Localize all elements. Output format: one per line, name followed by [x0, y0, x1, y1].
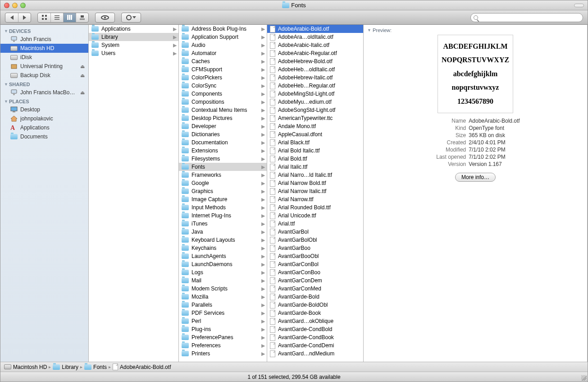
path-segment[interactable]: AdobeArabic-Bold.otf — [113, 364, 171, 370]
column-file-row[interactable]: Arial Black.ttf — [267, 138, 363, 147]
column-folder-row[interactable]: LaunchDaemons▶ — [179, 260, 267, 268]
eject-icon[interactable]: ⏏ — [80, 90, 85, 96]
column-folder-row[interactable]: iTunes▶ — [179, 220, 267, 228]
column-folder-row[interactable]: Extensions▶ — [179, 147, 267, 155]
column-folder-row[interactable]: Compositions▶ — [179, 98, 267, 106]
column-file-row[interactable]: Andale Mono.ttf — [267, 122, 363, 130]
column-folder-row[interactable]: Contextual Menu Items▶ — [179, 106, 267, 114]
column-folder-row[interactable]: Frameworks▶ — [179, 171, 267, 179]
column-file-row[interactable]: Arial Narrow.ttf — [267, 195, 363, 203]
column-file-row[interactable]: AvantGarBooObl — [267, 252, 363, 260]
column-folder-row[interactable]: Keychains▶ — [179, 244, 267, 252]
column-2[interactable]: Address Book Plug-Ins▶Application Suppor… — [179, 25, 267, 362]
column-folder-row[interactable]: Google▶ — [179, 179, 267, 187]
sidebar-item[interactable]: Macintosh HD — [0, 44, 88, 53]
zoom-button[interactable] — [20, 3, 26, 8]
column-file-row[interactable]: AdobeHeb…oldItalic.otf — [267, 65, 363, 74]
column-file-row[interactable]: AvantGarde-CondDemi — [267, 341, 363, 350]
column-folder-row[interactable]: PreferencePanes▶ — [179, 333, 267, 341]
column-folder-row[interactable]: Users▶ — [89, 49, 178, 57]
column-folder-row[interactable]: Automator▶ — [179, 49, 267, 57]
column-folder-row[interactable]: Desktop Pictures▶ — [179, 114, 267, 122]
column-3[interactable]: AdobeArabic-Bold.otfAdobeAra…oldItalic.o… — [267, 25, 364, 362]
column-folder-row[interactable]: ColorSync▶ — [179, 82, 267, 90]
column-file-row[interactable]: AvantGarConBoo — [267, 268, 363, 276]
back-button[interactable] — [5, 13, 18, 22]
column-folder-row[interactable]: Perl▶ — [179, 317, 267, 325]
eject-icon[interactable]: ⏏ — [80, 64, 85, 69]
column-folder-row[interactable]: CFMSupport▶ — [179, 65, 267, 74]
column-file-row[interactable]: Arial.ttf — [267, 220, 363, 228]
column-folder-row[interactable]: Modem Scripts▶ — [179, 285, 267, 293]
column-folder-row[interactable]: Components▶ — [179, 90, 267, 98]
sidebar-group-header[interactable]: ▼ DEVICES — [0, 27, 88, 35]
column-file-row[interactable]: AdobeArabic-Bold.otf — [267, 25, 363, 33]
column-folder-row[interactable]: ColorPickers▶ — [179, 74, 267, 82]
column-file-row[interactable]: AvantGarBol — [267, 228, 363, 236]
column-file-row[interactable]: Arial Italic.ttf — [267, 163, 363, 171]
column-file-row[interactable]: AdobeHebrew-Italic.otf — [267, 74, 363, 82]
forward-button[interactable] — [18, 13, 31, 22]
column-file-row[interactable]: AdobeMyu…edium.otf — [267, 98, 363, 106]
column-file-row[interactable]: AvantGarBolObl — [267, 236, 363, 244]
column-folder-row[interactable]: Application Support▶ — [179, 33, 267, 41]
column-file-row[interactable]: AvantGarde-Bold — [267, 293, 363, 301]
column-file-row[interactable]: AmericanTypewriter.ttc — [267, 114, 363, 122]
minimize-button[interactable] — [12, 3, 18, 8]
column-folder-row[interactable]: Mail▶ — [179, 276, 267, 285]
column-file-row[interactable]: AdobeMingStd-Light.otf — [267, 90, 363, 98]
column-file-row[interactable]: AvantGarConBol — [267, 260, 363, 268]
column-file-row[interactable]: Arial Rounded Bold.ttf — [267, 203, 363, 212]
column-view-button[interactable] — [63, 13, 76, 22]
column-folder-row[interactable]: Audio▶ — [179, 41, 267, 49]
column-file-row[interactable]: AdobeSongStd-Light.otf — [267, 106, 363, 114]
sidebar-item[interactable]: Universal Printing⏏ — [0, 62, 88, 71]
sidebar-item[interactable]: John Francis — [0, 35, 88, 44]
titlebar-pill[interactable] — [574, 4, 584, 7]
column-folder-row[interactable]: Fonts▶ — [179, 163, 267, 171]
column-folder-row[interactable]: Java▶ — [179, 228, 267, 236]
column-folder-row[interactable]: Graphics▶ — [179, 187, 267, 195]
resize-grip[interactable] — [581, 375, 587, 381]
column-file-row[interactable]: AdobeHeb…Regular.otf — [267, 82, 363, 90]
quicklook-button[interactable] — [95, 13, 115, 23]
column-folder-row[interactable]: Plug-ins▶ — [179, 325, 267, 333]
column-folder-row[interactable]: Mozilla▶ — [179, 293, 267, 301]
sidebar-item[interactable]: John Francis MacBoo…⏏ — [0, 88, 88, 97]
column-file-row[interactable]: AppleCasual.dfont — [267, 130, 363, 138]
more-info-button[interactable]: More info… — [455, 173, 496, 182]
column-file-row[interactable]: Arial Bold.ttf — [267, 155, 363, 163]
path-segment[interactable]: Fonts — [84, 364, 107, 370]
column-folder-row[interactable]: PDF Services▶ — [179, 309, 267, 317]
column-folder-row[interactable]: Documentation▶ — [179, 138, 267, 147]
list-view-button[interactable] — [50, 13, 63, 22]
column-file-row[interactable]: AdobeArabic-Italic.otf — [267, 41, 363, 49]
column-folder-row[interactable]: Logs▶ — [179, 268, 267, 276]
path-segment[interactable]: Library — [53, 364, 78, 370]
column-file-row[interactable]: AvantGard…ndMedium — [267, 350, 363, 358]
sidebar-group-header[interactable]: ▼ PLACES — [0, 97, 88, 105]
column-file-row[interactable]: AvantGarde-Book — [267, 309, 363, 317]
sidebar-item[interactable]: Desktop — [0, 105, 88, 114]
coverflow-view-button[interactable] — [76, 13, 88, 22]
sidebar-item[interactable]: johnpolakovic — [0, 114, 88, 123]
column-1[interactable]: Applications▶Library▶System▶Users▶ — [89, 25, 179, 362]
sidebar-item[interactable]: Backup Disk⏏ — [0, 71, 88, 80]
column-file-row[interactable]: AdobeArabic-Regular.otf — [267, 49, 363, 57]
icon-view-button[interactable] — [38, 13, 50, 22]
sidebar-item[interactable]: iDisk — [0, 53, 88, 62]
column-folder-row[interactable]: Library▶ — [89, 33, 178, 41]
column-folder-row[interactable]: System▶ — [89, 41, 178, 49]
column-folder-row[interactable]: Dictionaries▶ — [179, 130, 267, 138]
column-file-row[interactable]: AvantGarConMed — [267, 285, 363, 293]
path-segment[interactable]: Macintosh HD — [4, 364, 47, 370]
column-file-row[interactable]: Arial Narro…ld Italic.ttf — [267, 171, 363, 179]
eject-icon[interactable]: ⏏ — [80, 73, 85, 78]
column-file-row[interactable]: AvantGarde-BoldObl — [267, 301, 363, 309]
column-folder-row[interactable]: Filesystems▶ — [179, 155, 267, 163]
column-folder-row[interactable]: LaunchAgents▶ — [179, 252, 267, 260]
sidebar-item[interactable]: Documents — [0, 132, 88, 141]
column-folder-row[interactable]: Image Capture▶ — [179, 195, 267, 203]
column-file-row[interactable]: AvantGarde-CondBook — [267, 333, 363, 341]
column-folder-row[interactable]: Internet Plug-Ins▶ — [179, 212, 267, 220]
